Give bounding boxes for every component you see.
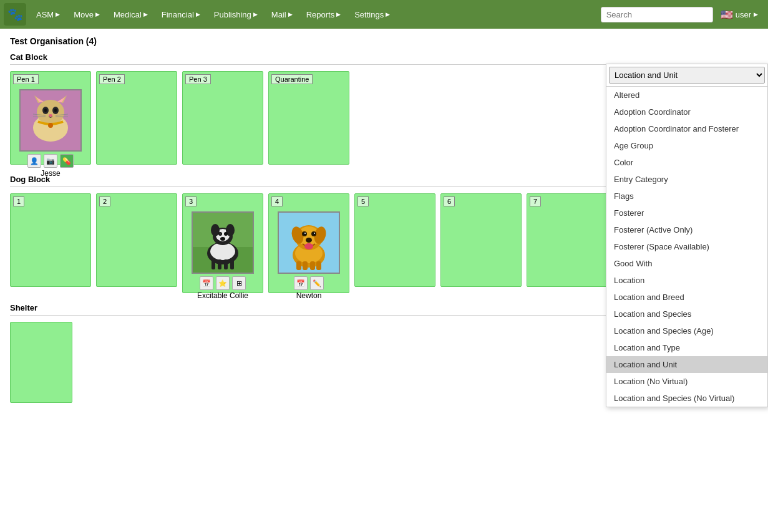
svg-point-23 (211, 224, 220, 236)
nav-arrow-financial: ▶ (196, 11, 200, 17)
nav-arrow-reports: ▶ (336, 11, 341, 17)
nav-label-medical: Medical (114, 10, 142, 19)
dog-collie-icon-grid[interactable]: ⊞ (232, 276, 246, 290)
nav-label-mail: Mail (271, 10, 286, 19)
cat-icon-health[interactable]: 💊 (60, 154, 74, 168)
dog-pen-4-label: 4 (271, 196, 283, 206)
dropdown-item[interactable]: Age Group (606, 137, 767, 154)
dropdown-item[interactable]: Good With (606, 255, 767, 272)
dog-newton-name: Newton (296, 291, 322, 300)
nav-item-financial[interactable]: Financial ▶ (155, 6, 207, 23)
location-select[interactable]: AlteredAdoption CoordinatorAdoption Coor… (609, 67, 765, 84)
nav-arrow-mail: ▶ (288, 11, 293, 17)
svg-point-11 (49, 114, 52, 117)
cat-jesse-name: Jesse (41, 169, 60, 178)
cat-jesse-icons: 👤 📷 💊 (27, 154, 74, 168)
dog-collie-icons: 📅 ⭐ ⊞ (200, 276, 246, 290)
cat-jesse-svg (21, 90, 80, 150)
user-menu[interactable]: 🇺🇸 user ▶ (714, 5, 764, 24)
dropdown-item[interactable]: Location and Species (No Virtual) (606, 390, 767, 407)
location-dropdown-overlay: AlteredAdoption CoordinatorAdoption Coor… (606, 64, 768, 407)
dog-collie-name: Excitable Collie (197, 291, 248, 300)
org-title: Test Organisation (4) (10, 36, 758, 46)
nav-item-asm[interactable]: ASM ▶ (30, 6, 66, 23)
dog-pen-3[interactable]: 3 (182, 193, 263, 293)
dropdown-item[interactable]: Location and Type (606, 339, 767, 356)
dog-collie-icon-star[interactable]: ⭐ (216, 276, 230, 290)
dog-pen-5[interactable]: 5 (354, 193, 435, 287)
svg-point-26 (224, 232, 228, 236)
cat-block-header: Cat Block (10, 52, 758, 65)
navbar: 🐾 ASM ▶ Move ▶ Medical ▶ Financial ▶ Pub… (0, 0, 768, 29)
dropdown-item[interactable]: Location (606, 272, 767, 289)
shelter-pen-1[interactable] (10, 322, 72, 403)
dropdown-item[interactable]: Adoption Coordinator (606, 104, 767, 120)
svg-point-28 (220, 237, 225, 241)
dropdown-item[interactable]: Fosterer (606, 205, 767, 221)
cat-pen-2[interactable]: Pen 2 (96, 71, 177, 165)
dog-pen-7-label: 7 (530, 196, 541, 206)
nav-item-medical[interactable]: Medical ▶ (107, 6, 154, 23)
dog-newton-icon-calendar[interactable]: 📅 (294, 276, 308, 290)
cat-pen-quarantine[interactable]: Quarantine (268, 71, 349, 165)
cat-pen-1-animal: 👤 📷 💊 Jesse (19, 89, 82, 178)
cat-pen-3[interactable]: Pen 3 (182, 71, 263, 165)
dropdown-select-row: AlteredAdoption CoordinatorAdoption Coor… (606, 64, 767, 87)
svg-rect-30 (218, 259, 221, 269)
dropdown-list: AlteredAdoption CoordinatorAdoption Coor… (606, 87, 767, 407)
svg-point-47 (304, 243, 313, 249)
dropdown-item[interactable]: Adoption Coordinator and Fosterer (606, 120, 767, 137)
dog-pen-4[interactable]: 4 (268, 193, 349, 293)
nav-item-move[interactable]: Move ▶ (67, 6, 106, 23)
dropdown-item[interactable]: Fosterer (Space Available) (606, 238, 767, 255)
dog-collie-image (192, 211, 254, 274)
dropdown-item[interactable]: Color (606, 154, 767, 171)
cat-pen-1[interactable]: Pen 1 (10, 71, 91, 165)
cat-icon-camera[interactable]: 📷 (44, 154, 57, 168)
dropdown-item[interactable]: Location (No Virtual) (606, 373, 767, 390)
nav-arrow-settings: ▶ (386, 11, 390, 17)
dog-newton-svg (279, 213, 339, 273)
dropdown-item[interactable]: Entry Category (606, 171, 767, 188)
user-label: user (736, 10, 751, 19)
nav-label-financial: Financial (162, 10, 194, 19)
nav-arrow-asm: ▶ (56, 11, 60, 17)
dropdown-item[interactable]: Location and Breed (606, 289, 767, 306)
nav-item-reports[interactable]: Reports ▶ (300, 6, 348, 23)
dropdown-item[interactable]: Altered (606, 87, 767, 104)
dropdown-item[interactable]: Fosterer (Active Only) (606, 221, 767, 238)
nav-item-mail[interactable]: Mail ▶ (265, 6, 299, 23)
dog-pen-5-label: 5 (357, 196, 369, 206)
dropdown-item[interactable]: Location and Species (606, 306, 767, 322)
dog-pen-1-label: 1 (13, 196, 24, 206)
cat-icon-person[interactable]: 👤 (27, 154, 41, 168)
svg-point-27 (220, 233, 221, 235)
dropdown-item[interactable]: Location and Species (Age) (606, 322, 767, 339)
dog-pen-6[interactable]: 6 (440, 193, 522, 287)
app-logo[interactable]: 🐾 (4, 3, 26, 26)
svg-rect-31 (224, 259, 228, 269)
svg-rect-48 (296, 261, 301, 270)
svg-point-20 (210, 243, 235, 260)
cat-pen-quarantine-label: Quarantine (271, 74, 313, 84)
dog-pen-2[interactable]: 2 (96, 193, 177, 287)
dog-newton-icons: 📅 ✏️ (294, 276, 324, 290)
svg-point-46 (306, 238, 312, 243)
dog-pen-7[interactable]: 7 (527, 193, 608, 287)
main-content: Test Organisation (4) Cat Block Pen 1 (0, 29, 768, 420)
dropdown-item[interactable]: Location and Unit (606, 356, 767, 373)
dog-pen-1[interactable]: 1 (10, 193, 91, 287)
dog-pen-3-animal: 📅 ⭐ ⊞ Excitable Collie (192, 211, 254, 300)
dog-pen-2-label: 2 (99, 196, 110, 206)
nav-item-settings[interactable]: Settings ▶ (348, 6, 396, 23)
nav-item-publishing[interactable]: Publishing ▶ (208, 6, 264, 23)
dropdown-item[interactable]: Flags (606, 188, 767, 205)
search-input[interactable] (601, 7, 713, 22)
dog-newton-icon-pencil[interactable]: ✏️ (310, 276, 324, 290)
svg-point-44 (304, 233, 306, 234)
svg-point-16 (48, 123, 53, 128)
dog-collie-icon-calendar[interactable]: 📅 (200, 276, 213, 290)
dog-pen-3-label: 3 (185, 196, 197, 206)
svg-rect-32 (230, 259, 234, 269)
nav-arrow-medical: ▶ (143, 11, 148, 17)
